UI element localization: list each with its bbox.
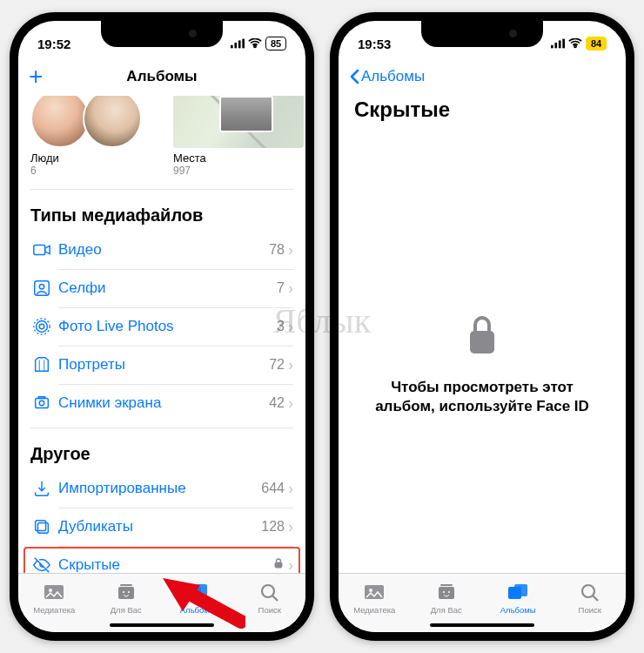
svg-rect-19 [118, 587, 134, 599]
notch [421, 21, 543, 47]
live-icon [30, 317, 53, 336]
svg-point-25 [262, 585, 274, 597]
portrait-icon [30, 355, 53, 374]
tab-2[interactable]: Альбомы [162, 574, 234, 618]
svg-rect-3 [242, 38, 245, 48]
svg-rect-30 [470, 331, 494, 353]
back-label: Альбомы [361, 68, 425, 85]
tab-2[interactable]: Альбомы [482, 574, 554, 618]
battery-icon: 85 [265, 37, 286, 50]
svg-rect-5 [35, 281, 50, 296]
svg-point-21 [123, 591, 124, 593]
svg-rect-10 [36, 399, 49, 408]
svg-point-11 [39, 401, 44, 406]
chevron-right-icon: › [288, 556, 293, 574]
svg-rect-13 [37, 522, 48, 533]
album-label: Люди [30, 151, 161, 165]
tab-0[interactable]: Медиатека [339, 574, 411, 618]
chevron-right-icon: › [288, 518, 293, 536]
row-label: Селфи [58, 279, 277, 297]
selfie-icon [30, 279, 53, 298]
svg-rect-33 [439, 587, 454, 599]
row-label: Импортированные [58, 480, 261, 497]
tab-3[interactable]: Поиск [234, 574, 306, 618]
add-button[interactable]: + [29, 64, 43, 89]
tab-label: Для Вас [111, 605, 142, 615]
list-row-import[interactable]: Импортированные644› [18, 469, 305, 508]
back-button[interactable]: Альбомы [349, 68, 425, 85]
tab-icon [363, 582, 386, 603]
row-label: Снимки экрана [58, 394, 269, 412]
tab-1[interactable]: Для Вас [411, 574, 483, 618]
section-media-types: Типы медиафайлов [18, 190, 305, 231]
chevron-right-icon: › [288, 480, 293, 498]
svg-rect-38 [514, 584, 527, 596]
row-label: Фото Live Photos [58, 318, 277, 335]
svg-rect-0 [231, 44, 233, 48]
list-row-video[interactable]: Видео78› [18, 231, 305, 269]
svg-rect-15 [275, 562, 282, 568]
nav-bar: + Альбомы [18, 59, 305, 94]
tab-icon [258, 582, 281, 603]
tab-label: Медиатека [353, 605, 395, 615]
row-count: 7 [277, 280, 285, 296]
svg-rect-12 [38, 397, 44, 399]
list-row-hidden[interactable]: Скрытые› [18, 546, 305, 573]
chevron-right-icon: › [288, 394, 293, 413]
svg-rect-29 [562, 38, 565, 48]
list-row-screenshot[interactable]: Снимки экрана42› [18, 384, 305, 422]
tab-label: Альбомы [180, 605, 216, 615]
album-label: Места [173, 151, 304, 165]
tab-label: Для Вас [431, 605, 462, 615]
notch [101, 21, 223, 47]
album-places[interactable]: Места 997 [173, 96, 304, 177]
locked-message: Чтобы просмотреть этот альбом, используй… [365, 378, 600, 416]
row-count: 128 [261, 519, 285, 535]
svg-point-36 [448, 591, 450, 593]
tab-icon [115, 582, 138, 603]
signal-icon [551, 37, 565, 51]
svg-point-18 [49, 589, 52, 592]
tab-label: Медиатека [33, 605, 75, 615]
tab-icon [506, 582, 529, 603]
svg-point-7 [39, 324, 44, 329]
svg-rect-4 [34, 246, 45, 255]
status-time: 19:53 [358, 37, 391, 51]
wifi-icon [568, 37, 582, 51]
phone-left: 19:52 85 + Альбомы [10, 12, 314, 641]
screenshot-icon [30, 394, 53, 413]
svg-rect-14 [36, 521, 46, 531]
tab-3[interactable]: Поиск [554, 574, 627, 618]
home-indicator [110, 623, 214, 627]
list-row-live[interactable]: Фото Live Photos3› [18, 307, 305, 346]
svg-rect-24 [194, 584, 207, 596]
svg-point-39 [582, 585, 594, 597]
map-thumbnail [173, 96, 304, 148]
avatar [83, 96, 142, 148]
svg-point-35 [443, 591, 445, 593]
row-count: 42 [269, 395, 285, 411]
list-row-selfie[interactable]: Селфи7› [18, 269, 305, 307]
row-label: Портреты [58, 356, 269, 374]
status-time: 19:52 [37, 37, 70, 51]
tab-1[interactable]: Для Вас [91, 574, 163, 618]
hidden-icon [30, 555, 53, 573]
tab-0[interactable]: Медиатека [18, 574, 91, 618]
svg-rect-27 [554, 43, 557, 48]
album-count: 6 [30, 165, 161, 177]
tab-icon [186, 582, 209, 603]
album-count: 997 [173, 165, 304, 177]
list-row-portrait[interactable]: Портреты72› [18, 346, 305, 384]
tab-icon [579, 582, 601, 603]
row-count: 3 [277, 319, 285, 334]
album-people[interactable]: Люди 6 [30, 96, 161, 177]
row-label: Скрытые [58, 556, 272, 573]
lock-icon [272, 557, 285, 573]
svg-rect-2 [238, 40, 241, 48]
section-other: Другое [18, 428, 305, 469]
list-row-duplicate[interactable]: Дубликаты128› [18, 508, 305, 546]
wifi-icon [248, 37, 262, 51]
row-count: 72 [269, 357, 285, 373]
svg-rect-34 [440, 584, 453, 586]
phone-right: 19:53 84 Альбомы Скрытые [330, 12, 634, 641]
